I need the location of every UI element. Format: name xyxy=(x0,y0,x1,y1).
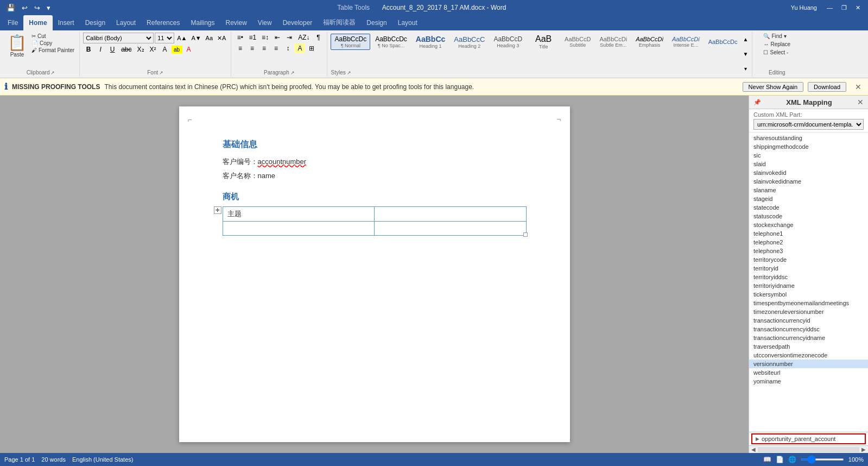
increase-indent-button[interactable]: ⇥ xyxy=(284,33,295,42)
tab-references[interactable]: References xyxy=(141,15,185,30)
xml-footer-opportunity-item[interactable]: ▶ opportunity_parent_account xyxy=(751,433,866,444)
table-cell-2-2[interactable] xyxy=(375,222,527,236)
gallery-up-button[interactable]: ▲ xyxy=(742,36,749,43)
xml-list-item[interactable]: statecode xyxy=(749,203,868,212)
table-cell-2-1[interactable] xyxy=(223,222,375,236)
tab-layout[interactable]: Layout xyxy=(111,15,141,30)
tab-table-layout[interactable]: Layout xyxy=(392,15,423,30)
xml-list-item[interactable]: transactioncurrencyiddsc xyxy=(749,325,868,333)
tab-view[interactable]: View xyxy=(252,15,277,30)
xml-scroll-left-button[interactable]: ◀ xyxy=(749,446,758,452)
tab-review[interactable]: Review xyxy=(220,15,252,30)
table-resize-handle[interactable] xyxy=(523,232,528,237)
style-subtitle-button[interactable]: AaBbCcD Subtitle xyxy=(561,34,594,49)
font-grow-button[interactable]: A▲ xyxy=(175,34,188,42)
style-extra-button[interactable]: AaBbCcDc xyxy=(705,37,742,47)
xml-list-item[interactable]: timespentbymeonemailandmeetings xyxy=(749,299,868,307)
print-layout-button[interactable]: 📄 xyxy=(776,456,784,463)
customize-qa-button[interactable]: ▾ xyxy=(45,3,53,13)
xml-pane-pin-button[interactable]: 📌 xyxy=(753,99,761,106)
zoom-slider[interactable] xyxy=(801,458,844,461)
table-cell-1-1[interactable]: 主题 xyxy=(223,207,375,222)
decrease-indent-button[interactable]: ⇤ xyxy=(272,33,283,42)
xml-list-item[interactable]: slainvokedid xyxy=(749,168,868,177)
xml-list-item[interactable]: tickersymbol xyxy=(749,290,868,299)
undo-button[interactable]: ↩ xyxy=(20,3,30,13)
gallery-down-button[interactable]: ▼ xyxy=(742,51,749,58)
paste-button[interactable]: 📋 Paste xyxy=(5,33,29,68)
xml-list-item[interactable]: slaname xyxy=(749,186,868,194)
style-h3-button[interactable]: AaBbCcD Heading 3 xyxy=(490,34,526,50)
read-mode-button[interactable]: 📖 xyxy=(763,456,771,463)
style-h1-button[interactable]: AaBbCc Heading 1 xyxy=(412,33,449,51)
show-formatting-button[interactable]: ¶ xyxy=(313,33,324,42)
xml-list-item[interactable]: slaid xyxy=(749,160,868,168)
text-highlight-button[interactable]: ab xyxy=(172,46,182,54)
shading-button[interactable]: A xyxy=(294,43,305,53)
font-family-select[interactable]: Calibri (Body) xyxy=(83,33,154,43)
xml-list-item[interactable]: territoryid xyxy=(749,264,868,273)
tab-insert[interactable]: Insert xyxy=(53,15,80,30)
subscript-button[interactable]: X₂ xyxy=(135,45,147,54)
tab-developer[interactable]: Developer xyxy=(277,15,318,30)
justify-button[interactable]: ≡ xyxy=(270,43,281,53)
superscript-button[interactable]: X² xyxy=(148,45,159,54)
table-cell-1-2[interactable] xyxy=(375,207,527,222)
xml-list-item[interactable]: telephone2 xyxy=(749,238,868,247)
select-button[interactable]: ☐ Select - xyxy=(762,49,790,56)
xml-list-item[interactable]: transactioncurrencyidname xyxy=(749,333,868,342)
xml-list-item[interactable]: stockexchange xyxy=(749,221,868,229)
download-button[interactable]: Download xyxy=(808,82,846,92)
borders-button[interactable]: ⊞ xyxy=(306,43,317,53)
xml-list-item-versionnumber[interactable]: versionnumber xyxy=(749,360,868,368)
close-button[interactable]: ✕ xyxy=(852,3,864,12)
tab-foxit[interactable]: 福昕阅读器 xyxy=(318,15,361,30)
replace-button[interactable]: ↔ Replace xyxy=(762,41,792,48)
xml-list-item[interactable]: stageid xyxy=(749,194,868,203)
copy-button[interactable]: 📄 Copy xyxy=(30,40,76,47)
style-normal-button[interactable]: AaBbCcDc ¶ Normal xyxy=(331,34,370,50)
save-button[interactable]: 💾 xyxy=(4,3,17,13)
xml-list-item[interactable]: shippingmethodcode xyxy=(749,142,868,151)
tab-file[interactable]: File xyxy=(2,15,23,30)
format-painter-button[interactable]: 🖌 Format Painter xyxy=(30,47,76,54)
gallery-more-button[interactable]: ▾ xyxy=(742,65,749,72)
xml-custom-part-select[interactable]: urn:microsoft-crm/document-templa... xyxy=(753,119,864,130)
xml-list-item[interactable]: timezoneruleversionumber xyxy=(749,307,868,316)
bold-button[interactable]: B xyxy=(83,45,94,54)
xml-list-item[interactable]: telephone1 xyxy=(749,229,868,238)
xml-list-item[interactable]: telephone3 xyxy=(749,247,868,255)
italic-button[interactable]: I xyxy=(95,45,106,54)
line-spacing-button[interactable]: ↕ xyxy=(282,43,293,53)
tab-design[interactable]: Design xyxy=(80,15,111,30)
bullets-button[interactable]: ≡• xyxy=(235,33,245,42)
xml-list-item[interactable]: slainvokedidname xyxy=(749,177,868,186)
font-size-select[interactable]: 11 xyxy=(155,33,174,43)
clear-format-button[interactable]: ✕A xyxy=(216,34,227,42)
style-subtleemphasis-button[interactable]: AaBbCcDi Subtle Em... xyxy=(595,34,631,49)
web-layout-button[interactable]: 🌐 xyxy=(788,456,796,463)
style-emphasis-button[interactable]: AaBbCcDi Emphasis xyxy=(632,34,667,49)
xml-list-item[interactable]: sharesoutstanding xyxy=(749,134,868,142)
align-right-button[interactable]: ≡ xyxy=(258,43,269,53)
xml-list-item[interactable]: sic xyxy=(749,151,868,160)
xml-list-item[interactable]: territorycode xyxy=(749,255,868,264)
xml-list-item[interactable]: utcconversiontimezonecode xyxy=(749,351,868,360)
style-intenseemphasis-button[interactable]: AaBbCcDi Intense E... xyxy=(668,34,704,49)
xml-list-item[interactable]: transactioncurrencyid xyxy=(749,316,868,325)
style-title-button[interactable]: AaB Title xyxy=(527,33,560,51)
xml-list-item[interactable]: traversedpath xyxy=(749,342,868,351)
tab-mailings[interactable]: Mailings xyxy=(185,15,220,30)
style-nospace-button[interactable]: AaBbCcDc ¶ No Spac... xyxy=(371,34,411,50)
numbering-button[interactable]: ≡1 xyxy=(246,33,258,42)
find-button[interactable]: 🔍 Find ▾ xyxy=(762,33,788,40)
font-color-button[interactable]: A xyxy=(183,45,194,54)
sort-button[interactable]: AZ↓ xyxy=(296,33,312,42)
restore-button[interactable]: ❐ xyxy=(838,3,850,12)
xml-list-item[interactable]: statuscode xyxy=(749,212,868,221)
strikethrough-button[interactable]: abc xyxy=(119,45,134,54)
xml-scroll-right-button[interactable]: ▶ xyxy=(859,446,868,452)
never-show-again-button[interactable]: Never Show Again xyxy=(743,82,804,92)
xml-list-item[interactable]: territoryiddsc xyxy=(749,273,868,281)
underline-button[interactable]: U xyxy=(107,45,118,54)
